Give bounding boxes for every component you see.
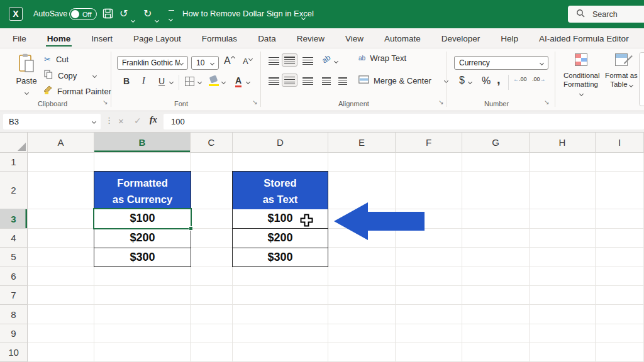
tab-view[interactable]: View	[344, 30, 365, 47]
tab-file[interactable]: File	[11, 30, 28, 47]
cell-A10[interactable]	[28, 343, 94, 362]
cell-B10[interactable]	[94, 343, 191, 362]
cell-A7[interactable]	[28, 286, 94, 305]
cell-F7[interactable]	[396, 286, 462, 305]
cell-I4[interactable]	[596, 229, 644, 248]
font-color-button[interactable]: A	[235, 76, 242, 87]
tab-automate[interactable]: Automate	[383, 30, 422, 47]
column-header-I[interactable]: I	[596, 133, 644, 153]
enter-icon[interactable]: ✓	[134, 116, 142, 126]
column-header-F[interactable]: F	[396, 133, 462, 153]
cell-H6[interactable]	[530, 266, 596, 286]
decrease-decimal-button[interactable]: .00→	[532, 76, 546, 82]
cell-B1[interactable]	[94, 153, 191, 172]
row-header-5[interactable]: 5	[0, 248, 28, 266]
copy-button[interactable]: Copy	[44, 70, 96, 82]
cancel-icon[interactable]: ×	[118, 116, 124, 126]
column-header-E[interactable]: E	[328, 133, 396, 153]
bottom-align-button[interactable]	[303, 57, 313, 65]
font-dialog-launcher-icon[interactable]: ↘	[252, 99, 257, 106]
align-right-button[interactable]	[303, 77, 313, 85]
decrease-indent-button[interactable]	[322, 77, 331, 85]
row-header-10[interactable]: 10	[0, 343, 28, 362]
save-icon[interactable]	[103, 8, 113, 21]
name-box-dropdown-icon[interactable]	[92, 119, 96, 124]
cell-I6[interactable]	[596, 266, 644, 286]
cell-I3[interactable]	[596, 209, 644, 229]
italic-button[interactable]: I	[142, 76, 145, 86]
row-header-8[interactable]: 8	[0, 305, 28, 324]
increase-decimal-button[interactable]: ←.00	[513, 76, 527, 82]
cell-H2[interactable]	[530, 172, 596, 209]
align-center-button[interactable]	[282, 74, 297, 87]
column-header-B[interactable]: B	[94, 133, 191, 153]
underline-button[interactable]: U	[158, 76, 165, 86]
paste-button[interactable]: Paste	[13, 53, 40, 97]
cell-G3[interactable]	[462, 209, 530, 229]
cell-H7[interactable]	[530, 286, 596, 305]
cell-F4[interactable]	[396, 229, 462, 248]
row-header-6[interactable]: 6	[0, 266, 28, 286]
cell-H4[interactable]	[530, 229, 596, 248]
cell-I10[interactable]	[596, 343, 644, 362]
cell-A6[interactable]	[28, 266, 94, 286]
redo-icon[interactable]: ↻	[143, 8, 152, 19]
increase-font-size-button[interactable]: A	[224, 55, 235, 67]
column-header-C[interactable]: C	[191, 133, 233, 153]
underline-dropdown-icon[interactable]	[169, 80, 174, 84]
cell-E6[interactable]	[328, 266, 396, 286]
select-all-corner[interactable]	[0, 133, 28, 153]
cell-G5[interactable]	[462, 248, 530, 266]
cell-I7[interactable]	[596, 286, 644, 305]
cell-F9[interactable]	[396, 324, 462, 343]
customize-toolbar-icon[interactable]	[169, 10, 174, 23]
document-title[interactable]: How to Remove Dollar Sign in Excel	[182, 9, 314, 18]
fill-color-dropdown-icon[interactable]	[221, 80, 226, 84]
cell-F1[interactable]	[396, 153, 462, 172]
cell-B7[interactable]	[94, 286, 191, 305]
column-header-A[interactable]: A	[28, 133, 94, 153]
cell-F6[interactable]	[396, 266, 462, 286]
cell-F5[interactable]	[396, 248, 462, 266]
tab-insert[interactable]: Insert	[90, 30, 114, 47]
percent-style-button[interactable]: %	[482, 75, 491, 87]
cell-H9[interactable]	[530, 324, 596, 343]
clipboard-dialog-launcher-icon[interactable]: ↘	[103, 99, 108, 106]
cell-F10[interactable]	[396, 343, 462, 362]
cell-D4-value[interactable]: $200	[232, 229, 328, 248]
accounting-dropdown-icon[interactable]	[468, 80, 472, 84]
row-header-9[interactable]: 9	[0, 324, 28, 343]
row-header-3[interactable]: 3	[0, 209, 28, 229]
row-header-4[interactable]: 4	[0, 229, 28, 248]
font-size-select[interactable]: 10	[191, 56, 219, 70]
cell-G6[interactable]	[462, 266, 530, 286]
tab-developer[interactable]: Developer	[440, 30, 482, 47]
conditional-formatting-button[interactable]: ConditionalFormatting	[564, 53, 599, 97]
format-painter-button[interactable]: Format Painter	[43, 85, 111, 97]
cell-B3-value[interactable]: $100	[94, 209, 191, 229]
cell-D1[interactable]	[233, 153, 328, 172]
cell-D5-value[interactable]: $300	[232, 248, 328, 267]
cell-D9[interactable]	[233, 324, 328, 343]
cell-E7[interactable]	[328, 286, 396, 305]
column-header-G[interactable]: G	[462, 133, 530, 153]
cell-G1[interactable]	[462, 153, 530, 172]
cell-C3[interactable]	[191, 209, 233, 229]
cell-E10[interactable]	[328, 343, 396, 362]
cut-button[interactable]: ✂ Cut	[44, 55, 69, 64]
bold-button[interactable]: B	[123, 76, 130, 86]
cell-I2[interactable]	[596, 172, 644, 209]
cell-styles-gallery-partial[interactable]	[639, 52, 644, 106]
cell-H5[interactable]	[530, 248, 596, 266]
cell-C7[interactable]	[191, 286, 233, 305]
tab-review[interactable]: Review	[296, 30, 326, 47]
cell-A9[interactable]	[28, 324, 94, 343]
cell-E8[interactable]	[328, 305, 396, 324]
undo-icon[interactable]: ↺	[119, 8, 128, 19]
cell-I8[interactable]	[596, 305, 644, 324]
cell-D10[interactable]	[233, 343, 328, 362]
cell-E1[interactable]	[328, 153, 396, 172]
currency-table-header[interactable]: Formattedas Currency	[94, 171, 191, 209]
cell-E9[interactable]	[328, 324, 396, 343]
cell-H3[interactable]	[530, 209, 596, 229]
